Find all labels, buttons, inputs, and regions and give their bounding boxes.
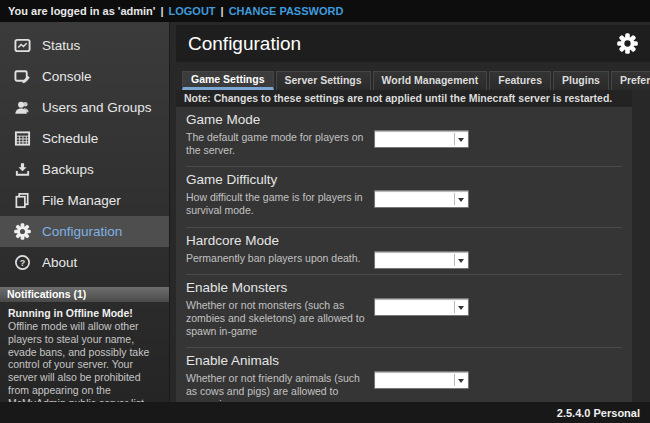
logout-link[interactable]: LOGOUT bbox=[169, 5, 216, 17]
tab-world-management[interactable]: World Management bbox=[373, 71, 488, 90]
setting-description: Whether or not monsters (such as zombies… bbox=[186, 299, 366, 338]
version-label: 2.5.4.0 Personal bbox=[557, 407, 640, 419]
setting-title: Enable Monsters bbox=[186, 280, 622, 295]
sidebar-item-label: File Manager bbox=[42, 193, 121, 208]
footer-bar: 2.5.4.0 Personal bbox=[0, 402, 650, 423]
tab-features[interactable]: Features bbox=[489, 71, 551, 90]
setting-game-difficulty: Game Difficulty How difficult the game i… bbox=[186, 166, 622, 226]
console-icon bbox=[13, 68, 31, 86]
sidebar-item-status[interactable]: Status bbox=[0, 30, 169, 61]
sidebar-item-schedule[interactable]: Schedule bbox=[0, 123, 169, 154]
sidebar-item-label: Status bbox=[42, 38, 80, 53]
sidebar: Status Console Users and Groups Schedule… bbox=[0, 22, 170, 402]
enable-animals-select[interactable] bbox=[374, 371, 469, 389]
sidebar-item-label: Console bbox=[42, 69, 92, 84]
about-icon: ? bbox=[13, 254, 31, 272]
tab-preferences[interactable]: Preferences bbox=[611, 71, 650, 90]
status-icon bbox=[13, 37, 31, 55]
separator: | bbox=[160, 5, 163, 17]
change-password-link[interactable]: CHANGE PASSWORD bbox=[229, 5, 344, 17]
settings-panel: Note: Changes to these settings are not … bbox=[176, 90, 632, 402]
file-manager-icon bbox=[13, 192, 31, 210]
sidebar-item-label: Schedule bbox=[42, 131, 98, 146]
separator: | bbox=[221, 5, 224, 17]
hardcore-mode-select[interactable] bbox=[374, 251, 469, 269]
setting-title: Game Difficulty bbox=[186, 172, 622, 187]
notification-title: Running in Offline Mode! bbox=[8, 307, 161, 319]
setting-game-mode: Game Mode The default game mode for play… bbox=[186, 107, 622, 166]
sidebar-item-console[interactable]: Console bbox=[0, 61, 169, 92]
page-title: Configuration bbox=[188, 33, 617, 55]
setting-description: Permanently ban players upon death. bbox=[186, 252, 366, 265]
schedule-icon bbox=[13, 130, 31, 148]
sidebar-menu: Status Console Users and Groups Schedule… bbox=[0, 30, 169, 278]
page-header: Configuration bbox=[176, 25, 650, 62]
gear-icon bbox=[13, 223, 31, 241]
logged-in-text: You are logged in as 'admin' bbox=[8, 5, 155, 17]
sidebar-item-label: Backups bbox=[42, 162, 94, 177]
setting-title: Game Mode bbox=[186, 112, 622, 127]
setting-enable-animals: Enable Animals Whether or not friendly a… bbox=[186, 347, 622, 402]
sidebar-item-file-manager[interactable]: File Manager bbox=[0, 185, 169, 216]
sidebar-item-label: Users and Groups bbox=[42, 100, 152, 115]
backups-icon bbox=[13, 161, 31, 179]
setting-description: The default game mode for players on the… bbox=[186, 131, 366, 157]
setting-description: How difficult the game is for players in… bbox=[186, 191, 366, 217]
enable-monsters-select[interactable] bbox=[374, 298, 469, 316]
tab-server-settings[interactable]: Server Settings bbox=[276, 71, 371, 90]
gear-icon bbox=[617, 33, 638, 54]
top-bar: You are logged in as 'admin' | LOGOUT | … bbox=[0, 0, 650, 22]
setting-description: Whether or not friendly animals (such as… bbox=[186, 372, 366, 402]
tab-game-settings[interactable]: Game Settings bbox=[182, 71, 274, 90]
sidebar-item-configuration[interactable]: Configuration bbox=[0, 216, 169, 247]
sidebar-item-label: About bbox=[42, 255, 77, 270]
svg-text:?: ? bbox=[19, 258, 24, 268]
setting-hardcore-mode: Hardcore Mode Permanently ban players up… bbox=[186, 227, 622, 274]
sidebar-item-about[interactable]: ? About bbox=[0, 247, 169, 278]
sidebar-item-users-and-groups[interactable]: Users and Groups bbox=[0, 92, 169, 123]
users-icon bbox=[13, 99, 31, 117]
game-difficulty-select[interactable] bbox=[374, 190, 469, 208]
sidebar-item-label: Configuration bbox=[42, 224, 122, 239]
tab-plugins[interactable]: Plugins bbox=[553, 71, 609, 90]
notifications-header: Notifications (1) bbox=[0, 287, 169, 302]
setting-title: Enable Animals bbox=[186, 353, 622, 368]
config-tabs: Game Settings Server Settings World Mana… bbox=[182, 71, 650, 90]
setting-enable-monsters: Enable Monsters Whether or not monsters … bbox=[186, 274, 622, 347]
restart-note: Note: Changes to these settings are not … bbox=[176, 90, 632, 107]
setting-title: Hardcore Mode bbox=[186, 233, 622, 248]
game-mode-select[interactable] bbox=[374, 130, 469, 148]
sidebar-item-backups[interactable]: Backups bbox=[0, 154, 169, 185]
